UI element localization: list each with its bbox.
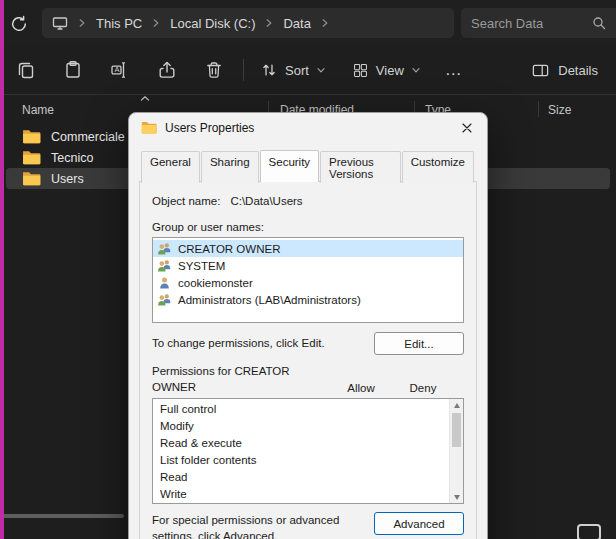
close-button[interactable] (453, 115, 481, 141)
scrollbar-thumb[interactable] (452, 413, 461, 447)
scroll-down-icon[interactable] (450, 491, 464, 503)
sort-button[interactable]: Sort (250, 53, 336, 87)
principal-row-cookiemonster[interactable]: cookiemonster (153, 274, 463, 291)
tab-previous-versions[interactable]: Previous Versions (320, 151, 401, 183)
advanced-note: For special permissions or advanced sett… (152, 512, 374, 539)
permission-row-full-control[interactable]: Full control (160, 403, 447, 420)
scroll-up-icon[interactable] (450, 399, 464, 411)
search-icon (592, 16, 606, 30)
security-tab-panel: Object name: C:\Data\Users Group or user… (139, 181, 477, 539)
folder-icon (141, 121, 157, 136)
breadcrumb-data[interactable]: Data (283, 16, 310, 31)
this-pc-icon (52, 15, 68, 31)
refresh-button[interactable] (7, 12, 31, 36)
rename-button[interactable]: A (102, 53, 138, 87)
vertical-scrollbar[interactable] (449, 399, 463, 503)
column-header-size[interactable]: Size (548, 103, 571, 117)
edit-row: To change permissions, click Edit. Edit.… (152, 332, 464, 355)
screen: This PC Local Disk (C:) Data A (0, 0, 616, 539)
object-name-label: Object name: (152, 195, 220, 207)
advanced-button[interactable]: Advanced (374, 512, 464, 535)
tab-general[interactable]: General (141, 151, 200, 183)
edit-note: To change permissions, click Edit. (152, 332, 325, 349)
sort-arrows-icon (260, 61, 278, 79)
tab-sharing[interactable]: Sharing (201, 151, 259, 183)
search-box[interactable] (461, 8, 616, 38)
group-icon (157, 242, 172, 255)
sort-label: Sort (285, 63, 309, 78)
folder-icon (22, 129, 41, 144)
paste-icon (63, 60, 83, 80)
principal-row-system[interactable]: SYSTEM (153, 257, 463, 274)
principal-name: SYSTEM (178, 260, 225, 272)
details-pane-button[interactable]: Details (521, 53, 608, 87)
ellipsis-icon: … (445, 60, 463, 80)
more-options-button[interactable]: … (437, 53, 471, 87)
tab-customize[interactable]: Customize (402, 151, 474, 183)
group-user-names-label: Group or user names: (152, 221, 464, 233)
permissions-for-label: Permissions for CREATOR OWNER (152, 364, 330, 395)
folder-icon (22, 171, 41, 186)
chevron-down-icon (316, 65, 326, 75)
share-button[interactable] (149, 53, 185, 87)
details-pane-icon (531, 61, 550, 80)
sort-ascending-icon (140, 95, 150, 102)
taskbar-icon[interactable] (577, 524, 601, 539)
share-icon (157, 60, 177, 80)
allow-column-label: Allow (330, 382, 392, 395)
column-header-name[interactable]: Name (22, 103, 54, 117)
search-input[interactable] (471, 16, 586, 31)
toolbar-separator (243, 59, 244, 81)
delete-button[interactable] (196, 53, 232, 87)
principal-name: Administrators (LAB\Administrators) (178, 294, 361, 306)
paste-button[interactable] (55, 53, 91, 87)
advanced-row: For special permissions or advanced sett… (152, 512, 464, 539)
object-name-row: Object name: C:\Data\Users (152, 195, 464, 207)
file-name: Commerciale (51, 130, 125, 144)
view-grid-icon (352, 62, 369, 79)
permissions-header: Permissions for CREATOR OWNER Allow Deny (152, 364, 464, 395)
permission-row-write[interactable]: Write (160, 488, 447, 504)
group-icon (157, 259, 172, 272)
permission-row-read-execute[interactable]: Read & execute (160, 437, 447, 454)
chevron-right-icon (264, 18, 274, 28)
explorer-top-bar: This PC Local Disk (C:) Data (0, 0, 616, 46)
chevron-right-icon (77, 18, 87, 28)
dialog-title: Users Properties (165, 121, 254, 135)
address-bar[interactable]: This PC Local Disk (C:) Data (42, 8, 454, 38)
copy-icon (16, 60, 36, 80)
permission-row-list-folder-contents[interactable]: List folder contents (160, 454, 447, 471)
principal-row-creator-owner[interactable]: CREATOR OWNER (153, 240, 463, 257)
permission-row-read[interactable]: Read (160, 471, 447, 488)
principal-name: cookiemonster (178, 277, 253, 289)
edit-button[interactable]: Edit... (374, 332, 464, 355)
trash-icon (204, 60, 224, 80)
file-name: Users (51, 172, 84, 186)
folder-icon (22, 150, 41, 165)
deny-column-label: Deny (392, 382, 454, 395)
group-icon (157, 293, 172, 306)
svg-text:A: A (114, 65, 119, 74)
dialog-titlebar[interactable]: Users Properties (129, 113, 487, 143)
principal-name: CREATOR OWNER (178, 243, 280, 255)
chevron-down-icon (411, 65, 421, 75)
object-name-value: C:\Data\Users (230, 195, 302, 207)
view-label: View (376, 63, 404, 78)
view-button[interactable]: View (342, 53, 431, 87)
user-icon (157, 276, 172, 289)
refresh-icon (9, 14, 29, 34)
breadcrumb-this-pc[interactable]: This PC (96, 16, 142, 31)
principal-row-administrators[interactable]: Administrators (LAB\Administrators) (153, 291, 463, 308)
copy-button[interactable] (8, 53, 44, 87)
group-user-listbox[interactable]: CREATOR OWNER SYSTEM cookiemonster (152, 237, 464, 323)
breadcrumb-local-disk[interactable]: Local Disk (C:) (170, 16, 255, 31)
details-label: Details (558, 63, 598, 78)
chevron-right-icon (320, 18, 330, 28)
horizontal-scrollbar[interactable] (2, 514, 124, 518)
command-toolbar: A Sort View … Details (0, 46, 616, 94)
chevron-right-icon (151, 18, 161, 28)
tab-security[interactable]: Security (260, 150, 320, 182)
permission-row-modify[interactable]: Modify (160, 420, 447, 437)
permissions-list[interactable]: Full control Modify Read & execute List … (152, 398, 464, 504)
dialog-tabs: General Sharing Security Previous Versio… (129, 143, 487, 182)
